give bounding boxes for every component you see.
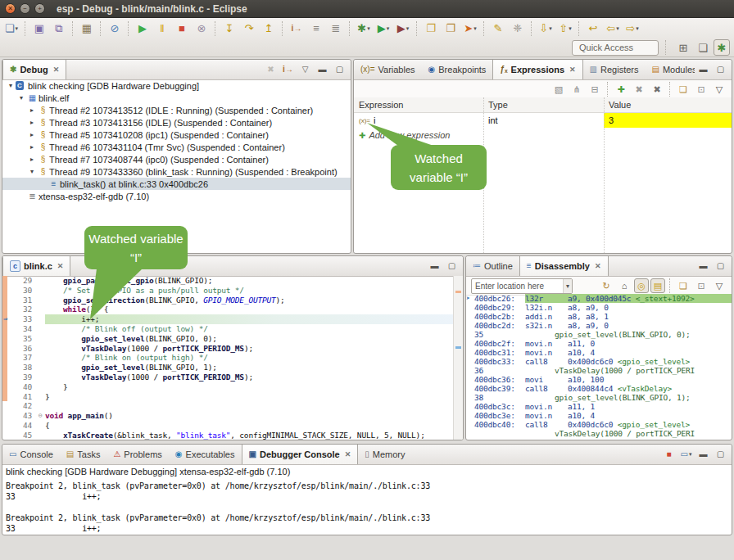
editor-line[interactable]: 37 /* Blink on (output high) */	[2, 353, 463, 363]
maximize-button[interactable]: +	[34, 3, 45, 14]
step-into-icon[interactable]: ↧	[220, 20, 238, 37]
expression-value-cell[interactable]: 3	[604, 113, 732, 128]
terminate-icon[interactable]: ■	[173, 20, 191, 37]
pin-view-icon[interactable]: ⊡	[693, 278, 709, 293]
close-tab-icon[interactable]: ✕	[595, 262, 601, 270]
show-source-icon[interactable]: ▤	[650, 278, 665, 293]
column-divider[interactable]	[604, 97, 605, 253]
combo-dropdown-icon[interactable]: ▾	[563, 279, 572, 293]
editor-line[interactable]: 30 /* Set the GPIO as a push/pull output…	[2, 286, 463, 296]
disassembly-line[interactable]: 400dbc31:movi.na10, 4	[466, 348, 732, 357]
column-header-expression[interactable]: Expression	[354, 100, 483, 110]
tree-expander-icon[interactable]: ▸	[27, 143, 37, 151]
add-expression-icon[interactable]: ✚	[613, 82, 629, 97]
use-step-filters-icon[interactable]: ≡	[307, 20, 325, 37]
disassembly-line[interactable]: 400dbc2f:movi.na11, 0	[466, 339, 732, 348]
location-combo[interactable]: Enter location here ▾	[471, 278, 573, 294]
console-output[interactable]: Breakpoint 2, blink_task (pvParameter=0x…	[2, 481, 732, 534]
debug-tree-item[interactable]: ≡blink_task() at blink.c:33 0x400dbc26	[2, 178, 351, 190]
console-tab-tasks[interactable]: ▤Tasks	[60, 445, 107, 464]
minimize-icon[interactable]: ▬	[695, 448, 711, 462]
editor-line[interactable]: 40 }	[2, 382, 463, 392]
column-header-type[interactable]: Type	[483, 100, 604, 110]
disassembly-line[interactable]: 400dbc2d:s32i.na8, a9, 0	[466, 321, 732, 330]
disassembly-line[interactable]: ➤400dbc26:l32ra9, 0x400d045c <_stext+109…	[466, 294, 732, 303]
close-tab-icon[interactable]: ✕	[569, 65, 576, 74]
disassembly-line[interactable]: 400dbc29:l32i.na8, a9, 0	[466, 303, 732, 312]
tree-expander-icon[interactable]: ▸	[27, 119, 37, 126]
debug-tree-item[interactable]: ▸§Thread #3 1073413156 (IDLE) (Suspended…	[2, 116, 351, 129]
minimize-button[interactable]: −	[20, 3, 30, 14]
back-icon[interactable]: ⇦▾	[604, 20, 622, 37]
resume-icon[interactable]: ▶	[134, 20, 152, 37]
editor-line[interactable]: ⇒33 i++;	[2, 314, 463, 324]
disassembly-line[interactable]: 35gpio_set_level(BLINK_GPIO, 0);	[466, 330, 732, 339]
debug-tree-item[interactable]: ▸§Thread #2 1073413512 (IDLE : Running) …	[2, 104, 351, 116]
quick-access-box[interactable]: Quick Access	[572, 40, 659, 56]
tree-expander-icon[interactable]: ▸	[27, 106, 37, 114]
minimize-icon[interactable]: ▬	[695, 63, 711, 77]
debug-tree-item[interactable]: ▾Cblink checking [GDB Hardware Debugging…	[2, 79, 351, 92]
console-tab-problems[interactable]: ⚠Problems	[106, 445, 168, 464]
instruction-stepping-toggle-icon[interactable]: i→	[280, 63, 296, 77]
new-view-icon[interactable]: ❏	[675, 278, 691, 293]
collapse-all-icon[interactable]: ⊟	[587, 82, 603, 97]
open-resource-icon[interactable]: ❐	[442, 20, 460, 37]
disassembly-line[interactable]: 38gpio_set_level(BLINK_GPIO, 1);	[466, 393, 732, 402]
flash-target-icon[interactable]: ➤▾	[461, 20, 479, 37]
forward-icon[interactable]: ⇨▾	[623, 20, 641, 37]
maximize-icon[interactable]: ▢	[713, 260, 728, 273]
debug-tree-item[interactable]: ▸§Thread #7 1073408744 (ipc0) (Suspended…	[2, 153, 351, 165]
disconnect-icon[interactable]: ⊗	[193, 20, 211, 37]
overview-ruler[interactable]	[453, 276, 463, 440]
console-tab-debugger-console[interactable]: ▣Debugger Console✕	[242, 445, 359, 464]
close-tab-icon[interactable]: ✕	[53, 65, 60, 74]
remove-all-terminated-icon[interactable]: ✖	[263, 63, 279, 77]
code-editor[interactable]: 29 gpio_pad_select_gpio(BLINK_GPIO);30 /…	[2, 276, 463, 440]
last-edit-location-icon[interactable]: ↩	[584, 20, 602, 37]
debug-tree-item[interactable]: ▾▦blink.elf	[2, 92, 351, 104]
expressions-tab-expressions[interactable]: ƒₓExpressions✕	[492, 60, 582, 79]
disassembly-line[interactable]: 400dbc33:call80x400dc6c0 <gpio_set_level…	[466, 357, 732, 366]
close-tab-icon[interactable]: ✕	[57, 262, 64, 270]
current-line-annotation-mark[interactable]	[455, 346, 461, 349]
open-element-icon[interactable]: ❐	[422, 20, 440, 37]
search-icon[interactable]: ❈	[509, 20, 527, 37]
minimize-icon[interactable]: ▬	[427, 260, 442, 273]
remove-all-expressions-icon[interactable]: ✖	[649, 82, 665, 97]
show-type-names-icon[interactable]: ▧	[550, 82, 567, 97]
console-tab-console[interactable]: ▭Console	[2, 445, 60, 464]
external-tools-icon[interactable]: ▶▾	[394, 20, 412, 37]
view-menu-icon[interactable]: ▽	[297, 63, 313, 77]
disassembly-line[interactable]: 400dbc39:call80x400844c4 <vTaskDelay>	[466, 384, 732, 393]
debug-tab-debug[interactable]: ✱Debug✕	[2, 60, 66, 79]
debug-tree-item[interactable]: ≣xtensa-esp32-elf-gdb (7.10)	[2, 190, 351, 202]
save-all-icon[interactable]: ⧉	[50, 20, 68, 37]
expression-row[interactable]: (x)=iint3	[354, 113, 732, 128]
editor-line[interactable]: 35 gpio_set_level(BLINK_GPIO, 0);	[2, 334, 463, 344]
disassembly-line[interactable]: 400dbc36:movia10, 100	[466, 375, 732, 384]
debug-as-icon[interactable]: ✱▾	[355, 20, 373, 37]
pin-view-icon[interactable]: ⊡	[693, 82, 709, 97]
skip-all-breakpoints-icon[interactable]: ⊘	[106, 20, 124, 37]
editor-line[interactable]: 32 while(1) {	[2, 305, 463, 314]
disassembly-line[interactable]: 400dbc3c:movi.na11, 1	[466, 402, 732, 411]
editor-line[interactable]: 38 gpio_set_level(BLINK_GPIO, 1);	[2, 363, 463, 373]
expressions-tab-variables[interactable]: (x)=Variables	[354, 60, 422, 79]
expressions-tab-modules[interactable]: ▤Modules	[646, 60, 695, 79]
view-menu-icon[interactable]: ▽	[711, 82, 727, 97]
new-view-icon[interactable]: ❏	[675, 82, 691, 97]
column-header-value[interactable]: Value	[604, 100, 732, 110]
tree-expander-icon[interactable]: ▸	[27, 131, 37, 138]
editor-tab-blink-c[interactable]: cblink.c✕	[2, 256, 70, 276]
expressions-tab-breakpoints[interactable]: ◉Breakpoints	[422, 60, 493, 79]
sync-with-stack-icon[interactable]: ◎	[634, 278, 649, 293]
disassembly-listing[interactable]: ➤400dbc26:l32ra9, 0x400d045c <_stext+109…	[466, 294, 732, 440]
editor-line[interactable]: 29 gpio_pad_select_gpio(BLINK_GPIO);	[2, 276, 463, 286]
breakpoint-marker[interactable]: ⇒	[2, 314, 14, 324]
debug-tree-item[interactable]: ▾§Thread #9 1073433360 (blink_task : Run…	[2, 165, 351, 178]
disassembly-tab-disassembly[interactable]: ≡Disassembly✕	[519, 256, 609, 276]
editor-line[interactable]: 34 /* Blink off (output low) */	[2, 324, 463, 334]
maximize-icon[interactable]: ▢	[713, 63, 728, 77]
view-menu-icon[interactable]: ▽	[711, 278, 727, 293]
